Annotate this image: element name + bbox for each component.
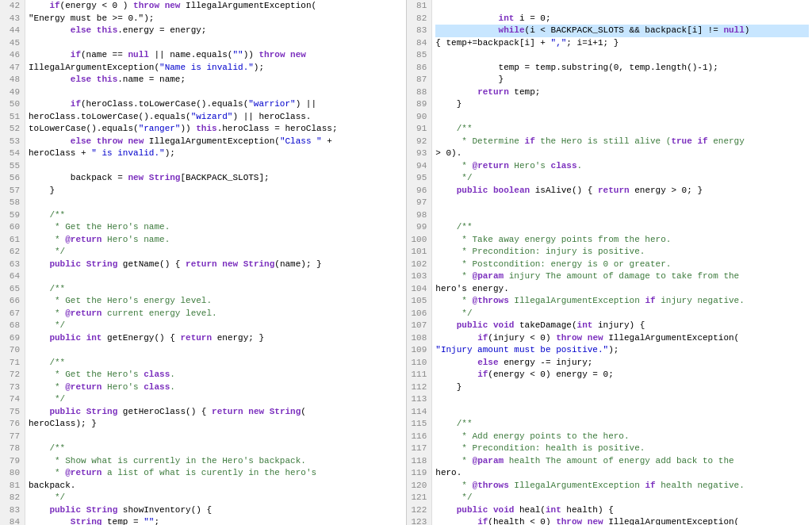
line-number: 61 [5,234,20,247]
code-line: if(energy < 0) energy = 0; [435,369,809,381]
code-line: /** [29,443,403,455]
code-line: hero's energy. [435,283,809,296]
code-line [435,406,809,419]
code-line: public String getName() { return new Str… [29,259,403,271]
code-line: * Get the Hero's class. [29,369,403,381]
line-number: 96 [412,185,427,197]
editor-container: 4243444546474849505152535455565758596061… [0,0,812,525]
line-number: 67 [5,308,20,320]
code-line: String temp = ""; [29,516,403,525]
code-line: else energy -= injury; [435,357,809,370]
left-code-area: 4243444546474849505152535455565758596061… [0,0,406,525]
line-number: 54 [5,148,20,160]
code-line [435,49,809,62]
code-line [435,393,809,406]
code-line: toLowerCase().equals("ranger")) this.her… [29,123,403,136]
line-number: 99 [412,221,427,234]
code-line: if(energy < 0 ) throw new IllegalArgumen… [29,0,403,13]
line-number: 106 [412,308,427,320]
line-number: 102 [412,259,427,271]
line-number: 85 [412,49,427,62]
line-number: 115 [412,418,427,431]
line-number: 123 [412,516,427,525]
line-number: 65 [5,283,20,296]
code-line [435,209,809,222]
line-number: 52 [5,123,20,136]
code-line: public void heal(int health) { [435,504,809,517]
line-number: 121 [412,492,427,504]
code-line: * @param injury The amount of damage to … [435,270,809,283]
line-number: 82 [412,13,427,25]
right-pane: 8182838485868788899091929394959697989910… [407,0,813,525]
left-code-content[interactable]: if(energy < 0 ) throw new IllegalArgumen… [25,0,406,525]
code-line: while(i < BACKPACK_SLOTS && backpack[i] … [435,25,809,37]
line-number: 97 [412,197,427,209]
line-number: 75 [5,406,20,419]
code-line: * Take away energy points from the hero. [435,234,809,247]
line-number: 64 [5,270,20,283]
line-number: 58 [5,197,20,209]
code-line: heroClass + " is invalid."); [29,148,403,160]
code-line: */ [435,308,809,320]
line-number: 117 [412,443,427,455]
code-line: * Get the Hero's energy level. [29,295,403,308]
code-line: * @throws IllegalArgumentException if in… [435,295,809,308]
code-line: * @return a list of what is curently in … [29,467,403,480]
code-line: if(health < 0) throw new IllegalArgument… [435,516,809,525]
line-number: 63 [5,259,20,271]
line-number: 73 [5,381,20,394]
code-line: /** [435,221,809,234]
code-line: * Get the Hero's name. [29,221,403,234]
line-number: 69 [5,332,20,345]
right-line-numbers: 8182838485868788899091929394959697989910… [407,0,433,525]
line-number: 108 [412,332,427,345]
code-line: } [435,98,809,111]
line-number: 60 [5,221,20,234]
line-number: 112 [412,381,427,394]
code-line: if(heroClass.toLowerCase().equals("warri… [29,98,403,111]
code-line [29,431,403,443]
code-line: public String getHeroClass() { return ne… [29,406,403,419]
line-number: 95 [412,172,427,185]
code-line [29,197,403,209]
line-number: 116 [412,431,427,443]
line-number: 86 [412,62,427,75]
line-number: 48 [5,74,20,86]
code-line: * Show what is currently in the Hero's b… [29,455,403,468]
code-line [435,197,809,209]
line-number: 84 [412,37,427,50]
code-line: * @throws IllegalArgumentException if he… [435,480,809,492]
code-line: * @return current energy level. [29,308,403,320]
code-line [29,86,403,99]
right-code-content[interactable]: int i = 0; while(i < BACKPACK_SLOTS && b… [432,0,812,525]
code-line: { temp+=backpack[i] + ","; i=i+1; } [435,37,809,50]
line-number: 50 [5,98,20,111]
line-number: 119 [412,467,427,480]
line-number: 100 [412,234,427,247]
code-line: IllegalArgumentException("Name is invali… [29,62,403,75]
left-pane: 4243444546474849505152535455565758596061… [0,0,407,525]
line-number: 118 [412,455,427,468]
line-number: 88 [412,86,427,99]
code-line: public boolean isAlive() { return energy… [435,185,809,197]
code-line: * Precondition: health is positive. [435,443,809,455]
line-number: 87 [412,74,427,86]
line-number: 90 [412,111,427,124]
code-line: heroClass); } [29,418,403,431]
line-number: 105 [412,295,427,308]
line-number: 111 [412,369,427,381]
code-line: int i = 0; [435,13,809,25]
code-line: public String showInventory() { [29,504,403,517]
code-line: temp = temp.substring(0, temp.length()-1… [435,62,809,75]
line-number: 57 [5,185,20,197]
code-line: else this.energy = energy; [29,25,403,37]
line-number: 91 [412,123,427,136]
code-line: heroClass.toLowerCase().equals("wizard")… [29,111,403,124]
code-line: /** [435,418,809,431]
line-number: 107 [412,320,427,332]
line-number: 93 [412,148,427,160]
line-number: 56 [5,172,20,185]
code-line: * @param health The amount of energy add… [435,455,809,468]
code-line: */ [435,492,809,504]
code-line: */ [29,246,403,259]
